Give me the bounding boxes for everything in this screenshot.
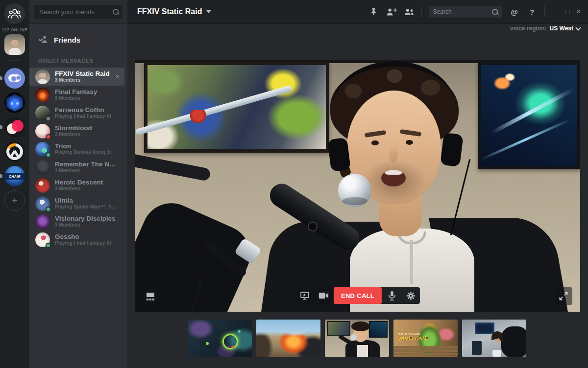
avatar [35, 106, 50, 120]
dm-name: Stormblood [55, 124, 118, 132]
server-icon-record[interactable] [4, 117, 25, 138]
dm-section-label: DIRECT MESSAGES [38, 58, 93, 64]
search-icon [113, 9, 119, 15]
dm-name: Ulmia [55, 197, 118, 204]
video-feed-main: END CALL [135, 60, 580, 312]
dm-sidebar: Friends DIRECT MESSAGES FFXIV Static Rai… [29, 0, 127, 368]
dm-subtitle: Playing Donkey Kong Jr. [55, 150, 118, 156]
mentions-button[interactable]: @ [509, 6, 520, 17]
sidebar-header [29, 0, 127, 23]
pin-icon [369, 7, 378, 16]
close-button[interactable]: × [576, 8, 581, 15]
dm-item[interactable]: Gessho Playing Final Fantasy XI [29, 230, 124, 249]
dm-subtitle: 3 Members [55, 95, 118, 101]
dm-item[interactable]: Trion Playing Donkey Kong Jr. [29, 140, 124, 158]
server-icon-chair[interactable]: CHAIR [4, 166, 25, 186]
avatar [35, 160, 50, 175]
status-dot [46, 134, 51, 139]
pin-button[interactable] [368, 6, 379, 17]
dm-subtitle: Playing Final Fantasy XI [55, 240, 118, 246]
search-input[interactable] [429, 6, 502, 18]
unread-pip [0, 125, 2, 129]
server-icon-robot-hex[interactable] [4, 92, 25, 113]
user-avatar[interactable] [4, 34, 25, 55]
status-dot [46, 243, 51, 248]
group-people-icon [8, 7, 22, 20]
minimize-button[interactable]: — [552, 7, 559, 14]
friends-wave-icon [38, 35, 48, 45]
dm-item[interactable]: Ulmia Playing Spider-Man™: Shattered Dim… [29, 194, 124, 212]
dm-item[interactable]: Stormblood 3 Members [29, 122, 124, 140]
dm-item[interactable]: Visionary Disciples 3 Members [29, 212, 124, 230]
close-icon[interactable]: × [115, 72, 120, 81]
channel-title-dropdown[interactable]: FFXIV Static Raid [137, 7, 211, 16]
participant-thumbnails: PLAY OF THE GAME GAMECRATE [188, 320, 526, 357]
dm-name: Ferreous Coffin [55, 106, 118, 114]
thumbnail-fps-game[interactable] [256, 320, 320, 357]
dm-subtitle: 3 Members [55, 132, 118, 138]
unread-pip [0, 174, 2, 178]
chevron-down-icon [575, 25, 581, 30]
camera-icon [318, 292, 328, 299]
camera-button[interactable] [314, 287, 333, 304]
dm-name: Heroic Descent [55, 179, 118, 186]
server-icon-discord-games[interactable] [4, 68, 25, 89]
dm-item[interactable]: FFXIV Static Raid 3 Members × [29, 68, 124, 86]
headphones-band [332, 61, 456, 154]
voice-region-label: voice region: [510, 25, 547, 32]
settings-button[interactable] [401, 287, 420, 304]
headphones-earcup [327, 138, 351, 172]
layout-icon [147, 293, 154, 297]
dm-item[interactable]: Remember The Name 3 Members [29, 158, 124, 176]
call-controls: END CALL [295, 287, 420, 304]
dm-list: FFXIV Static Raid 3 Members × Final Fant… [29, 68, 127, 249]
chevron-down-icon [206, 10, 211, 13]
add-server-button[interactable]: + [4, 190, 25, 211]
fullscreen-button[interactable] [555, 287, 572, 305]
thumbnail-play-of-the-game[interactable]: PLAY OF THE GAME GAMECRATE [393, 320, 458, 357]
voice-region-value[interactable]: US West [550, 25, 573, 32]
avatar [35, 232, 50, 247]
avatar [35, 196, 50, 211]
potg-caption: GAMECRATE [397, 335, 428, 341]
maximize-button[interactable]: □ [565, 8, 569, 15]
screenshare-button[interactable] [295, 287, 314, 304]
end-call-button[interactable]: END CALL [334, 287, 382, 304]
rail-divider [9, 60, 20, 61]
home-friends-button[interactable] [4, 3, 25, 24]
dm-item[interactable]: Final Fantasy 3 Members [29, 86, 124, 104]
dm-item[interactable]: Ferreous Coffin Playing Final Fantasy XI [29, 104, 124, 122]
potg-label: PLAY OF THE GAME [398, 332, 420, 335]
members-icon [404, 7, 415, 16]
thumbnail-webcam-man[interactable] [325, 320, 389, 357]
avatar [35, 214, 50, 229]
microphone-knob [308, 222, 318, 231]
dm-item[interactable]: Heroic Descent 3 Members [29, 176, 124, 194]
microphone-icon [388, 291, 396, 301]
dm-name: Visionary Disciples [55, 215, 118, 222]
dm-name: FFXIV Static Raid [55, 70, 118, 77]
thumbnail-moba-game[interactable] [188, 320, 252, 357]
dm-subtitle: Playing Final Fantasy XI [55, 114, 118, 119]
add-friend-button[interactable] [386, 6, 397, 17]
help-button[interactable]: ? [527, 6, 538, 17]
avatar [35, 142, 50, 157]
friends-nav-item[interactable]: Friends [29, 30, 127, 49]
mic-boom-arm [135, 153, 211, 182]
channel-header: FFXIV Static Raid [127, 0, 588, 23]
header-divider [544, 6, 545, 17]
dm-subtitle: 3 Members [55, 77, 118, 83]
dm-subtitle: 3 Members [55, 186, 118, 192]
dm-name: Final Fantasy [55, 88, 118, 95]
server-icon-overwatch[interactable] [4, 141, 25, 162]
members-button[interactable] [404, 6, 415, 17]
mute-button[interactable] [383, 287, 401, 304]
layout-toggle-button[interactable] [143, 289, 158, 304]
avatar [35, 124, 50, 138]
gear-icon [406, 291, 416, 300]
thumbnail-webcam-room[interactable] [462, 320, 526, 357]
online-count: 127 ONLINE [0, 27, 29, 32]
friends-label: Friends [54, 36, 80, 44]
friend-search-input[interactable] [34, 5, 122, 19]
dm-subtitle: 3 Members [55, 222, 118, 228]
